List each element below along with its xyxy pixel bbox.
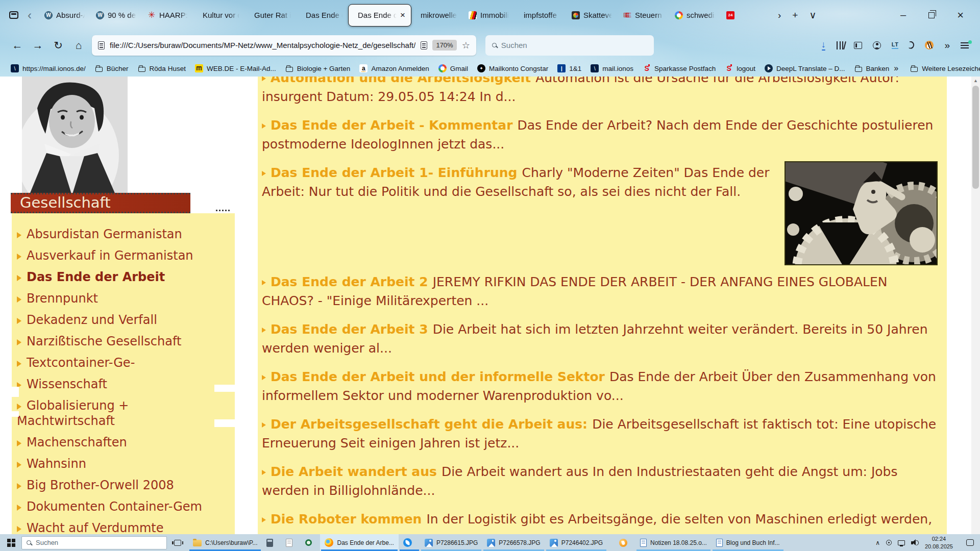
sidebar-menu-item[interactable]: Narzißtische Gesellschaft xyxy=(17,334,230,349)
article-title-link[interactable]: Das Ende der Arbeit 3 xyxy=(271,322,428,337)
browser-tab[interactable]: Steuern i × xyxy=(618,4,669,27)
more-tools-icon[interactable]: » xyxy=(944,40,950,50)
tab-scroll-right-icon[interactable]: › xyxy=(778,10,781,20)
browser-tab[interactable]: HAARP: × xyxy=(142,4,193,27)
privacy-badger-extension-icon[interactable] xyxy=(925,41,934,49)
article-title-link[interactable]: Das Ende der Arbeit 1- Einführung xyxy=(271,165,517,180)
taskbar-search-input[interactable] xyxy=(36,539,162,546)
taskbar-app[interactable]: C:\Users\buraw\P... xyxy=(188,534,262,551)
sidebar-menu-item[interactable]: Absurdistan Germanistan xyxy=(17,227,230,242)
bookmark-star-icon[interactable]: ☆ xyxy=(462,40,470,51)
page-scrollbar[interactable]: ▲ xyxy=(971,77,980,534)
bookmark-item[interactable]: Bücher xyxy=(90,62,133,75)
sidebar-menu-item[interactable]: Wahnsinn xyxy=(17,456,230,471)
sidebar-menu-item[interactable]: Textcontainer-Ge- xyxy=(17,355,230,370)
browser-tab[interactable]: Guter Rat im C × xyxy=(245,4,297,27)
browser-tab[interactable]: Absurd-A × xyxy=(39,4,90,27)
taskbar-app[interactable] xyxy=(615,534,635,551)
tray-status-icon[interactable] xyxy=(886,540,892,545)
minimize-button[interactable]: – xyxy=(900,9,906,21)
taskbar-app[interactable]: P7266578.JPG xyxy=(482,534,545,551)
sidebar-menu-item[interactable]: Dekadenz und Verfall xyxy=(17,312,230,328)
network-display-icon[interactable] xyxy=(898,540,905,545)
taskbar-app[interactable]: Notizen 18.08.25.o... xyxy=(635,534,712,551)
back-icon[interactable]: ← xyxy=(7,39,28,52)
bookmark-item[interactable]: Mailkonto Congstar xyxy=(473,62,553,75)
bookmark-more-folder[interactable]: Weitere Lesezeichen xyxy=(905,62,980,75)
bookmark-item[interactable]: Banken xyxy=(850,62,894,75)
browser-tab[interactable]: Kultur vor dem × xyxy=(193,4,245,27)
clock[interactable]: 02:24 20.08.2025 xyxy=(925,535,953,550)
browser-tab[interactable]: × xyxy=(721,4,772,27)
article-title-link[interactable]: Automation und die Arbeitslosigkeit xyxy=(271,77,531,85)
taskbar-app[interactable]: Blog und Buch Inf... xyxy=(712,534,785,551)
sidebar-menu-item[interactable]: Wacht auf Verdummte dieser Erde xyxy=(17,520,230,534)
bookmark-item[interactable]: 1&1 xyxy=(553,62,586,75)
bookmark-item[interactable]: DeepL Translate – D... xyxy=(760,62,850,75)
speaker-icon[interactable] xyxy=(911,539,919,546)
taskbar-app[interactable]: P7246402.JPG xyxy=(545,534,607,551)
search-bar[interactable] xyxy=(485,35,654,56)
sidebar-menu-item[interactable]: Globalisierung + Machtwirtschaft xyxy=(17,398,230,429)
browser-tab[interactable]: schwedis × xyxy=(669,4,721,27)
library-icon[interactable] xyxy=(837,41,843,49)
article-title-link[interactable]: Die Roboter kommen xyxy=(271,512,422,527)
restore-button[interactable] xyxy=(928,12,935,18)
sidebar-menu-item[interactable]: Machenschaften xyxy=(17,435,230,450)
sidebar-toggle-icon[interactable] xyxy=(854,42,862,49)
sidebar-menu-item[interactable]: Brennpunkt xyxy=(17,291,230,306)
list-tabs-icon[interactable]: ∨ xyxy=(809,10,816,20)
taskbar-app[interactable]: P7286615.JPG xyxy=(420,534,482,551)
taskbar-app[interactable] xyxy=(301,534,320,551)
home-icon[interactable]: ⌂ xyxy=(68,39,89,52)
browser-tab[interactable]: impfstoffe × xyxy=(514,4,566,27)
sidebar-menu-item[interactable]: Ausverkauf in Germanistan xyxy=(17,248,230,263)
scrollbar-thumb[interactable] xyxy=(972,86,979,189)
article-title-link[interactable]: Das Ende der Arbeit 2 xyxy=(271,274,428,289)
article-title-link[interactable]: Der Arbeitsgesellschaft geht die Arbeit … xyxy=(271,417,587,432)
languagetool-extension-icon[interactable]: LT xyxy=(892,41,899,49)
article-title-link[interactable]: Das Ende der Arbeit und der informelle S… xyxy=(271,369,605,384)
new-tab-button[interactable]: + xyxy=(792,10,798,20)
extension-icon[interactable] xyxy=(909,41,915,49)
menu-icon[interactable] xyxy=(961,42,969,48)
sidebar-menu-item[interactable]: Das Ende der Arbeit xyxy=(17,269,230,285)
bookmark-item[interactable]: Sparkasse Postfach xyxy=(638,62,720,75)
bookmark-item[interactable]: Gmail xyxy=(434,62,473,75)
start-button-icon[interactable] xyxy=(7,539,15,547)
article-title-link[interactable]: Das Ende der Arbeit - Kommentar xyxy=(271,118,512,133)
bookmark-item[interactable]: mail.ionos xyxy=(586,62,638,75)
bookmark-item[interactable]: Biologie + Garten xyxy=(281,62,355,75)
page-info-icon[interactable] xyxy=(98,41,105,49)
browser-tab[interactable]: Skatteve × xyxy=(566,4,618,27)
downloads-icon[interactable]: ↓ xyxy=(821,40,826,51)
bookmark-item[interactable]: WEB.DE - E-Mail-Ad... xyxy=(190,62,281,75)
tab-scroll-left-icon[interactable]: ‹ xyxy=(28,9,32,21)
notification-center-icon[interactable] xyxy=(966,539,974,546)
browser-tab[interactable]: 90 % der × xyxy=(90,4,142,27)
taskbar-app[interactable] xyxy=(281,534,301,551)
bookmarks-overflow-icon[interactable]: » xyxy=(894,64,898,73)
forward-icon[interactable]: → xyxy=(28,39,48,52)
task-view-icon[interactable] xyxy=(174,540,181,546)
bookmark-item[interactable]: Röda Huset xyxy=(133,62,190,75)
sidebar-menu-item[interactable]: Wissenschaft xyxy=(17,377,230,392)
browser-tab[interactable]: Das Ende der A × xyxy=(297,4,348,27)
browser-tab[interactable]: Immobili × xyxy=(463,4,514,27)
scroll-up-arrow-icon[interactable]: ▲ xyxy=(971,77,980,85)
sidebar-menu-item[interactable]: Dokumenten Container-Gem xyxy=(17,499,230,514)
bookmark-item[interactable]: logout xyxy=(720,62,760,75)
taskbar-search[interactable] xyxy=(21,536,167,549)
browser-tab[interactable]: mikrowellente × xyxy=(411,4,463,27)
firefox-view-icon[interactable] xyxy=(9,11,18,19)
bookmark-item[interactable]: Amazon Anmelden xyxy=(355,62,433,75)
reload-icon[interactable]: ↻ xyxy=(48,39,68,52)
tray-overflow-chevron-icon[interactable]: ∧ xyxy=(875,539,880,546)
reader-mode-icon[interactable] xyxy=(421,41,427,49)
sidebar-menu-item[interactable]: Big Brother-Orwell 2008 xyxy=(17,478,230,493)
taskbar-app[interactable] xyxy=(399,534,420,551)
zoom-level-badge[interactable]: 170% xyxy=(432,40,456,51)
account-icon[interactable] xyxy=(873,41,881,49)
browser-tab[interactable]: Das Ende d × xyxy=(348,4,411,27)
url-text[interactable]: file:///C:/Users/buraw/Documents/MP-Netz… xyxy=(110,41,415,49)
